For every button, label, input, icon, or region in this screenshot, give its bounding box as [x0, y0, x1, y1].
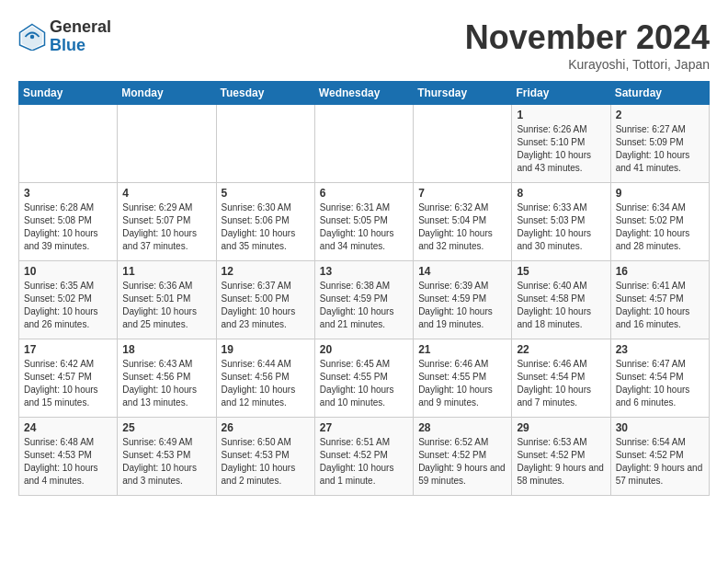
day-number: 15 — [517, 265, 605, 278]
day-number: 23 — [616, 343, 704, 356]
day-info: Sunrise: 6:35 AM Sunset: 5:02 PM Dayligh… — [24, 280, 112, 331]
day-number: 19 — [222, 343, 310, 356]
day-number: 30 — [616, 421, 704, 434]
calendar-cell: 16Sunrise: 6:41 AM Sunset: 4:57 PM Dayli… — [610, 261, 709, 339]
calendar-table: SundayMondayTuesdayWednesdayThursdayFrid… — [18, 81, 710, 496]
day-number: 11 — [122, 265, 210, 278]
calendar-cell: 25Sunrise: 6:49 AM Sunset: 4:53 PM Dayli… — [118, 418, 216, 496]
day-info: Sunrise: 6:46 AM Sunset: 4:55 PM Dayligh… — [418, 358, 506, 409]
day-info: Sunrise: 6:34 AM Sunset: 5:02 PM Dayligh… — [616, 201, 704, 253]
weekday-header: Thursday — [414, 82, 512, 105]
day-number: 29 — [517, 421, 605, 434]
day-info: Sunrise: 6:43 AM Sunset: 4:56 PM Dayligh… — [122, 358, 210, 409]
calendar-cell: 8Sunrise: 6:33 AM Sunset: 5:03 PM Daylig… — [512, 183, 610, 261]
day-info: Sunrise: 6:42 AM Sunset: 4:57 PM Dayligh… — [24, 358, 112, 409]
day-info: Sunrise: 6:27 AM Sunset: 5:09 PM Dayligh… — [616, 123, 704, 175]
day-number: 16 — [616, 265, 704, 278]
calendar-week-row: 24Sunrise: 6:48 AM Sunset: 4:53 PM Dayli… — [19, 418, 710, 496]
calendar-cell: 24Sunrise: 6:48 AM Sunset: 4:53 PM Dayli… — [19, 418, 118, 496]
day-info: Sunrise: 6:47 AM Sunset: 4:54 PM Dayligh… — [616, 358, 704, 409]
calendar-cell: 28Sunrise: 6:52 AM Sunset: 4:52 PM Dayli… — [414, 418, 512, 496]
weekday-header: Friday — [512, 82, 610, 105]
calendar-cell: 12Sunrise: 6:37 AM Sunset: 5:00 PM Dayli… — [216, 261, 314, 339]
day-info: Sunrise: 6:48 AM Sunset: 4:53 PM Dayligh… — [24, 436, 112, 488]
day-number: 8 — [517, 187, 605, 200]
calendar-week-row: 1Sunrise: 6:26 AM Sunset: 5:10 PM Daylig… — [19, 105, 710, 183]
calendar-cell: 5Sunrise: 6:30 AM Sunset: 5:06 PM Daylig… — [216, 183, 314, 261]
day-number: 27 — [320, 421, 408, 434]
weekday-row: SundayMondayTuesdayWednesdayThursdayFrid… — [19, 82, 710, 105]
day-number: 4 — [122, 187, 210, 200]
day-info: Sunrise: 6:37 AM Sunset: 5:00 PM Dayligh… — [222, 280, 310, 331]
title-area: November 2024 Kurayoshi, Tottori, Japan — [465, 18, 710, 72]
day-number: 12 — [222, 265, 310, 278]
day-number: 28 — [418, 421, 506, 434]
day-info: Sunrise: 6:40 AM Sunset: 4:58 PM Dayligh… — [517, 280, 605, 331]
calendar-cell — [216, 105, 314, 183]
day-info: Sunrise: 6:30 AM Sunset: 5:06 PM Dayligh… — [222, 201, 310, 253]
day-number: 20 — [320, 343, 408, 356]
calendar-cell: 18Sunrise: 6:43 AM Sunset: 4:56 PM Dayli… — [118, 339, 216, 418]
calendar-week-row: 3Sunrise: 6:28 AM Sunset: 5:08 PM Daylig… — [19, 183, 710, 261]
calendar-cell — [118, 105, 216, 183]
day-info: Sunrise: 6:36 AM Sunset: 5:01 PM Dayligh… — [122, 280, 210, 331]
day-number: 2 — [616, 109, 704, 121]
calendar-cell: 23Sunrise: 6:47 AM Sunset: 4:54 PM Dayli… — [610, 339, 709, 418]
calendar-cell: 27Sunrise: 6:51 AM Sunset: 4:52 PM Dayli… — [314, 418, 413, 496]
weekday-header: Wednesday — [314, 82, 413, 105]
month-title: November 2024 — [465, 18, 710, 57]
day-number: 9 — [616, 187, 704, 200]
calendar-cell: 9Sunrise: 6:34 AM Sunset: 5:02 PM Daylig… — [610, 183, 709, 261]
day-info: Sunrise: 6:32 AM Sunset: 5:04 PM Dayligh… — [418, 201, 506, 253]
day-number: 18 — [122, 343, 210, 356]
calendar-cell — [19, 105, 118, 183]
calendar-cell — [314, 105, 413, 183]
header: General Blue November 2024 Kurayoshi, To… — [18, 18, 710, 72]
day-info: Sunrise: 6:49 AM Sunset: 4:53 PM Dayligh… — [122, 436, 210, 488]
calendar-cell: 2Sunrise: 6:27 AM Sunset: 5:09 PM Daylig… — [610, 105, 709, 183]
calendar-cell: 10Sunrise: 6:35 AM Sunset: 5:02 PM Dayli… — [19, 261, 118, 339]
day-number: 13 — [320, 265, 408, 278]
weekday-header: Tuesday — [216, 82, 314, 105]
calendar-cell: 1Sunrise: 6:26 AM Sunset: 5:10 PM Daylig… — [512, 105, 610, 183]
calendar-week-row: 17Sunrise: 6:42 AM Sunset: 4:57 PM Dayli… — [19, 339, 710, 418]
weekday-header: Saturday — [610, 82, 709, 105]
day-info: Sunrise: 6:29 AM Sunset: 5:07 PM Dayligh… — [122, 201, 210, 253]
logo: General Blue — [18, 18, 111, 55]
svg-point-2 — [30, 35, 35, 40]
day-number: 24 — [24, 421, 112, 434]
logo-text: General Blue — [50, 18, 111, 55]
calendar-week-row: 10Sunrise: 6:35 AM Sunset: 5:02 PM Dayli… — [19, 261, 710, 339]
day-info: Sunrise: 6:28 AM Sunset: 5:08 PM Dayligh… — [24, 201, 112, 253]
logo-icon — [18, 23, 46, 51]
calendar-cell: 26Sunrise: 6:50 AM Sunset: 4:53 PM Dayli… — [216, 418, 314, 496]
calendar-cell: 6Sunrise: 6:31 AM Sunset: 5:05 PM Daylig… — [314, 183, 413, 261]
calendar-cell: 4Sunrise: 6:29 AM Sunset: 5:07 PM Daylig… — [118, 183, 216, 261]
weekday-header: Monday — [118, 82, 216, 105]
calendar-cell: 13Sunrise: 6:38 AM Sunset: 4:59 PM Dayli… — [314, 261, 413, 339]
day-info: Sunrise: 6:38 AM Sunset: 4:59 PM Dayligh… — [320, 280, 408, 331]
calendar-body: 1Sunrise: 6:26 AM Sunset: 5:10 PM Daylig… — [19, 105, 710, 496]
calendar-cell: 20Sunrise: 6:45 AM Sunset: 4:55 PM Dayli… — [314, 339, 413, 418]
day-info: Sunrise: 6:26 AM Sunset: 5:10 PM Dayligh… — [517, 123, 605, 175]
day-info: Sunrise: 6:52 AM Sunset: 4:52 PM Dayligh… — [418, 436, 506, 488]
day-info: Sunrise: 6:41 AM Sunset: 4:57 PM Dayligh… — [616, 280, 704, 331]
day-info: Sunrise: 6:45 AM Sunset: 4:55 PM Dayligh… — [320, 358, 408, 409]
day-number: 26 — [222, 421, 310, 434]
day-info: Sunrise: 6:50 AM Sunset: 4:53 PM Dayligh… — [222, 436, 310, 488]
day-info: Sunrise: 6:46 AM Sunset: 4:54 PM Dayligh… — [517, 358, 605, 409]
day-info: Sunrise: 6:54 AM Sunset: 4:52 PM Dayligh… — [616, 436, 704, 488]
calendar-header: SundayMondayTuesdayWednesdayThursdayFrid… — [19, 82, 710, 105]
calendar-cell: 15Sunrise: 6:40 AM Sunset: 4:58 PM Dayli… — [512, 261, 610, 339]
calendar-cell: 7Sunrise: 6:32 AM Sunset: 5:04 PM Daylig… — [414, 183, 512, 261]
day-info: Sunrise: 6:51 AM Sunset: 4:52 PM Dayligh… — [320, 436, 408, 488]
day-info: Sunrise: 6:44 AM Sunset: 4:56 PM Dayligh… — [222, 358, 310, 409]
calendar-cell: 30Sunrise: 6:54 AM Sunset: 4:52 PM Dayli… — [610, 418, 709, 496]
calendar-cell: 3Sunrise: 6:28 AM Sunset: 5:08 PM Daylig… — [19, 183, 118, 261]
day-number: 22 — [517, 343, 605, 356]
location: Kurayoshi, Tottori, Japan — [465, 57, 710, 72]
day-number: 17 — [24, 343, 112, 356]
weekday-header: Sunday — [19, 82, 118, 105]
calendar-cell: 22Sunrise: 6:46 AM Sunset: 4:54 PM Dayli… — [512, 339, 610, 418]
day-number: 7 — [418, 187, 506, 200]
